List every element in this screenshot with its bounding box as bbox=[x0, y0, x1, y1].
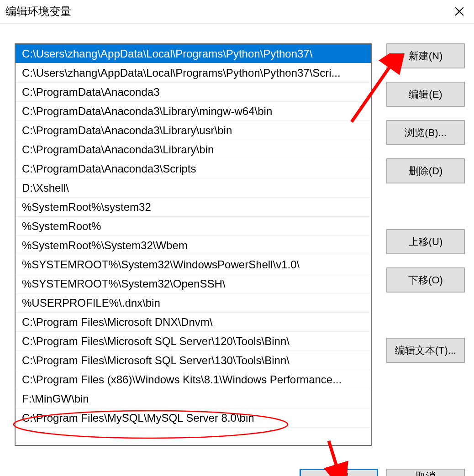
path-list-item[interactable]: C:\Users\zhang\AppData\Local\Programs\Py… bbox=[16, 63, 371, 83]
dialog-footer: 确定 取消 bbox=[300, 469, 465, 476]
edit-button[interactable]: 编辑(E) bbox=[386, 82, 465, 107]
path-list-item[interactable]: C:\Program Files\Microsoft SQL Server\12… bbox=[16, 332, 371, 351]
path-list-item[interactable]: %SystemRoot% bbox=[16, 217, 371, 236]
titlebar: 编辑环境变量 bbox=[0, 0, 474, 24]
path-list-item[interactable]: C:\ProgramData\Anaconda3\Scripts bbox=[16, 159, 371, 178]
path-list-item[interactable]: C:\Program Files (x86)\Windows Kits\8.1\… bbox=[16, 370, 371, 389]
browse-button[interactable]: 浏览(B)... bbox=[386, 120, 465, 145]
close-icon bbox=[455, 7, 464, 16]
path-list-item[interactable]: C:\Program Files\MySQL\MySQL Server 8.0\… bbox=[16, 408, 371, 428]
path-list-item[interactable]: C:\Program Files\Microsoft DNX\Dnvm\ bbox=[16, 313, 371, 332]
path-list-item[interactable]: C:\ProgramData\Anaconda3\Library\usr\bin bbox=[16, 121, 371, 140]
path-list-item[interactable]: %USERPROFILE%\.dnx\bin bbox=[16, 293, 371, 313]
path-list-item[interactable]: %SYSTEMROOT%\System32\OpenSSH\ bbox=[16, 274, 371, 293]
path-list-item[interactable]: C:\Users\zhang\AppData\Local\Programs\Py… bbox=[16, 44, 371, 63]
path-listbox[interactable]: C:\Users\zhang\AppData\Local\Programs\Py… bbox=[15, 43, 372, 446]
button-column: 新建(N) 编辑(E) 浏览(B)... 删除(D) 上移(U) 下移(O) 编… bbox=[386, 43, 465, 476]
path-list-item[interactable]: %SystemRoot%\System32\Wbem bbox=[16, 236, 371, 255]
path-list-item[interactable]: %SYSTEMROOT%\System32\WindowsPowerShell\… bbox=[16, 255, 371, 274]
cancel-button[interactable]: 取消 bbox=[386, 469, 465, 476]
path-list-item[interactable]: C:\ProgramData\Anaconda3\Library\bin bbox=[16, 140, 371, 159]
window-title: 编辑环境变量 bbox=[5, 4, 71, 19]
path-list-item[interactable]: %SystemRoot%\system32 bbox=[16, 198, 371, 217]
edit-text-button[interactable]: 编辑文本(T)... bbox=[386, 338, 465, 363]
move-up-button[interactable]: 上移(U) bbox=[386, 229, 465, 254]
path-list-item[interactable]: F:\MinGW\bin bbox=[16, 389, 371, 408]
path-list-item[interactable]: C:\Program Files\Microsoft SQL Server\13… bbox=[16, 351, 371, 370]
delete-button[interactable]: 删除(D) bbox=[386, 158, 465, 183]
dialog-content: C:\Users\zhang\AppData\Local\Programs\Py… bbox=[15, 43, 465, 476]
new-button[interactable]: 新建(N) bbox=[386, 43, 465, 68]
close-button[interactable] bbox=[450, 2, 469, 21]
ok-button[interactable]: 确定 bbox=[300, 469, 378, 476]
path-list-item[interactable]: D:\Xshell\ bbox=[16, 178, 371, 198]
move-down-button[interactable]: 下移(O) bbox=[386, 267, 465, 293]
path-list-item[interactable]: C:\ProgramData\Anaconda3 bbox=[16, 83, 371, 102]
path-list-item[interactable]: C:\ProgramData\Anaconda3\Library\mingw-w… bbox=[16, 102, 371, 121]
